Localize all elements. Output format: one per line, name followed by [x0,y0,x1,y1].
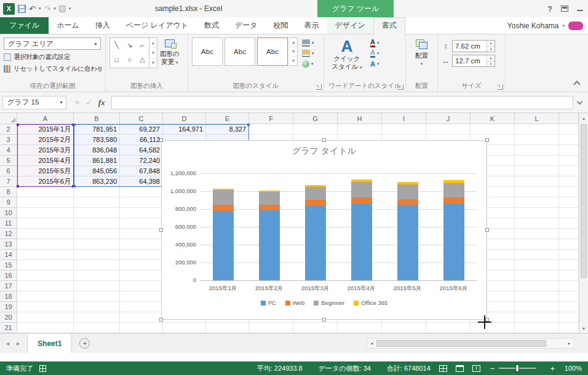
row-header-2[interactable]: 2 [0,124,17,135]
tab-data[interactable]: データ [227,17,266,34]
y-axis-label[interactable]: 400,000 [162,241,196,248]
cell-M3[interactable] [559,135,579,145]
minimize-button[interactable] [577,10,583,11]
cancel-icon[interactable]: × [75,98,80,107]
cell-L19[interactable] [515,302,559,312]
cell-G21[interactable] [293,323,338,333]
height-up-icon[interactable]: ▲ [487,41,495,47]
shape-arrow-icon[interactable]: ↘ [123,38,136,52]
cell-C21[interactable] [120,323,163,333]
cell-L11[interactable] [515,218,559,229]
row-header-10[interactable]: 10 [0,208,17,218]
cell-M7[interactable] [559,176,579,187]
range-handle[interactable] [73,185,76,188]
row-header-3[interactable]: 3 [0,135,17,145]
tab-formulas[interactable]: 数式 [196,17,227,34]
zoom-slider[interactable] [499,368,536,369]
column-header-G[interactable]: G [293,113,338,124]
gallery-up-icon[interactable]: ▲ [290,38,297,47]
cell-B13[interactable] [74,239,120,250]
shape-outline-button[interactable]: ▾ [302,49,314,58]
cell-L15[interactable] [515,260,559,270]
cell-L16[interactable] [515,270,559,281]
scroll-left-icon[interactable]: ◂ [367,339,376,348]
bar-segment-Office-365[interactable] [305,185,326,187]
width-up-icon[interactable]: ▲ [487,55,495,61]
column-header-A[interactable]: A [17,113,74,124]
cell-B18[interactable] [74,291,120,302]
redo-button[interactable]: ↷ [44,5,50,13]
cell-L6[interactable] [515,166,559,176]
bar-segment-Beginner[interactable] [443,183,464,197]
bar-segment-PC[interactable] [443,203,464,280]
page-break-view-button[interactable] [472,365,480,372]
chevron-down-icon[interactable]: ▼ [56,100,66,105]
shape-line-icon[interactable]: ╲ [110,38,123,52]
shape-height-input[interactable]: 7.62 cm ▲ ▼ [452,40,495,52]
cell-L10[interactable] [515,208,559,218]
shape-oval-icon[interactable]: ○ [123,52,136,66]
shape-fill-button[interactable]: ▾ [302,39,314,47]
column-header-I[interactable]: I [382,113,426,124]
legend-item-Office-365[interactable]: Office 365 [354,299,387,306]
chart-elements-dropdown[interactable]: グラフ エリア ▼ [4,38,101,50]
wordart-quick-styles-button[interactable]: A クイック スタイル ▾ [328,38,366,82]
cell-B16[interactable] [74,270,120,281]
cell-A17[interactable] [17,281,74,291]
x-axis-label[interactable]: 2015年1月 [200,285,246,293]
formula-input[interactable] [111,96,574,109]
cell-C18[interactable] [120,291,163,302]
collapse-ribbon-button[interactable] [573,81,580,87]
cell-L8[interactable] [515,187,559,197]
cell-B9[interactable] [74,197,120,208]
text-effects-button[interactable]: A ▾ [370,60,379,68]
row-header-20[interactable]: 20 [0,312,17,323]
ribbon-display-options-button[interactable] [561,6,568,12]
column-header-C[interactable]: C [120,113,163,124]
range-handle[interactable] [17,124,19,126]
x-axis-label[interactable]: 2015年5月 [384,285,431,293]
y-axis-label[interactable]: 1,200,000 [162,170,196,176]
save-button[interactable] [18,5,26,13]
format-selection-button[interactable]: 選択対象の書式設定 [4,53,101,61]
cell-M2[interactable] [559,124,579,135]
help-button[interactable]: ? [547,4,552,14]
chart-resize-handle[interactable] [322,138,326,142]
bar-segment-PC[interactable] [259,210,280,280]
y-axis-label[interactable]: 1,000,000 [162,188,196,194]
row-header-4[interactable]: 4 [0,145,17,156]
column-header-L[interactable]: L [515,113,559,124]
bar-segment-Beginner[interactable] [213,190,234,205]
bar-segment-Beginner[interactable] [259,192,280,205]
enter-icon[interactable]: ✓ [86,98,92,107]
macro-record-icon[interactable] [39,365,46,372]
row-header-7[interactable]: 7 [0,176,17,187]
scroll-right-icon[interactable]: ▸ [565,339,574,348]
row-header-14[interactable]: 14 [0,250,17,260]
y-axis-label[interactable]: 200,000 [162,259,196,266]
undo-chevron-icon[interactable]: ▾ [39,6,41,11]
cell-M19[interactable] [559,302,579,312]
tab-insert[interactable]: 挿入 [87,17,118,34]
chart-resize-handle[interactable] [322,318,326,322]
cell-I2[interactable] [382,124,426,135]
cell-A16[interactable] [17,270,74,281]
shape-elbow-connector-icon[interactable]: ⌐ [136,38,149,52]
cell-A9[interactable] [17,197,74,208]
chart-resize-handle[interactable] [159,138,163,142]
row-header-5[interactable]: 5 [0,156,17,166]
gallery-more-icon[interactable]: ▼ [290,57,297,65]
excel-logo-icon[interactable]: X [3,3,15,15]
bar-segment-Beginner[interactable] [397,184,418,199]
cell-M9[interactable] [559,197,579,208]
name-box[interactable]: グラフ 15 ▼ [2,96,66,109]
horizontal-scrollbar[interactable]: ◂ ▸ [367,338,574,349]
y-axis-label[interactable]: 800,000 [162,205,196,212]
bar-segment-Beginner[interactable] [351,182,372,197]
cell-L12[interactable] [515,229,559,239]
cell-L17[interactable] [515,281,559,291]
cell-A21[interactable] [17,323,74,333]
select-all-corner[interactable] [0,113,17,124]
y-axis-label[interactable]: 0 [162,277,196,283]
chart-resize-handle[interactable] [485,228,489,232]
